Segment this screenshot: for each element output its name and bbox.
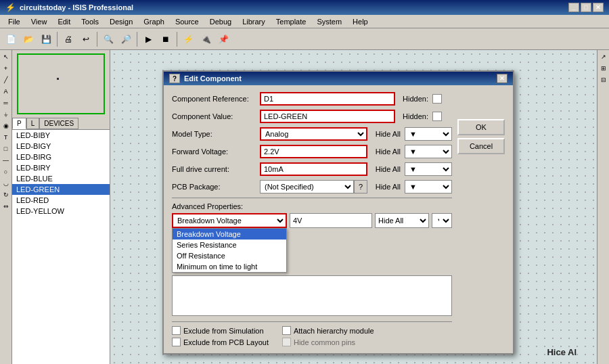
hide-common-row: Hide common pins	[282, 338, 374, 346]
attach-hierarchy-checkbox[interactable]	[282, 326, 291, 335]
adv-hide-select[interactable]: Hide All Show All	[375, 213, 429, 228]
dropdown-item-minimum[interactable]: Minimum on time to light	[173, 261, 286, 272]
pcb-question-btn[interactable]: ?	[354, 180, 367, 194]
minimize-button[interactable]: _	[568, 3, 579, 12]
component-value-label: Component Value:	[172, 112, 260, 120]
dropdown-item-series[interactable]: Series Resistance	[173, 240, 286, 250]
device-led-blue[interactable]: LED-BLUE	[12, 173, 110, 184]
menu-system[interactable]: System	[311, 16, 347, 27]
dialog-close-button[interactable]: ✕	[497, 74, 508, 83]
cancel-button[interactable]: Cancel	[457, 138, 505, 154]
hide-common-label: Hide common pins	[294, 338, 355, 346]
select-tool[interactable]: ↖	[1, 51, 12, 62]
arc-tool[interactable]: ◡	[1, 178, 12, 189]
device-led-yellow[interactable]: LED-YELLOW	[12, 206, 110, 217]
right-tool-3[interactable]: ⊟	[598, 74, 609, 85]
component-tool[interactable]: +	[1, 63, 12, 74]
close-button[interactable]: ✕	[593, 3, 604, 12]
menu-source[interactable]: Source	[170, 16, 204, 27]
forward-voltage-label: Forward Voltage:	[172, 147, 260, 156]
tab-devices[interactable]: DEVICES	[39, 118, 78, 129]
component-value-input[interactable]	[260, 110, 395, 123]
exclude-pcb-checkbox[interactable]	[172, 338, 181, 346]
adv-hide-arrow[interactable]: ▼	[432, 213, 452, 228]
menu-template[interactable]: Template	[271, 16, 312, 27]
menu-design[interactable]: Design	[104, 16, 138, 27]
exclude-simulation-checkbox[interactable]	[172, 326, 181, 335]
component-reference-label: Component Reference:	[172, 95, 260, 103]
bus-tool[interactable]: ═	[1, 97, 12, 108]
dialog-body: OK Cancel Component Reference: Hidden: C…	[164, 85, 513, 353]
run-button[interactable]: ▶	[140, 31, 156, 47]
menu-edit[interactable]: Edit	[52, 16, 76, 27]
model-type-row: Model Type: Analog Digital Hide All ▼	[172, 127, 452, 141]
circle-tool[interactable]: ○	[1, 166, 12, 177]
toolbar-sep4	[177, 32, 177, 47]
menu-tools[interactable]: Tools	[76, 16, 104, 27]
hidden-label-2: Hidden:	[395, 112, 432, 120]
device-led-green[interactable]: LED-GREEN	[12, 184, 110, 195]
menu-file[interactable]: File	[3, 16, 26, 27]
device-led-birg[interactable]: LED-BIRG	[12, 152, 110, 162]
rotate-tool[interactable]: ↻	[1, 189, 12, 200]
zoom-in-button[interactable]: 🔍	[100, 31, 116, 47]
advanced-properties-label: Advanced Properties:	[172, 202, 452, 210]
probe-tool[interactable]: ◉	[1, 120, 12, 131]
label-tool[interactable]: A	[1, 86, 12, 97]
hide-all-select-3[interactable]: ▼	[405, 162, 452, 176]
line-tool[interactable]: —	[1, 155, 12, 166]
hidden-checkbox-2[interactable]	[432, 112, 442, 121]
zoom-out-button[interactable]: 🔎	[118, 31, 134, 47]
component-button[interactable]: 🔌	[198, 31, 214, 47]
pcb-package-select[interactable]: (Not Specified)	[260, 180, 354, 194]
menu-graph[interactable]: Graph	[138, 16, 170, 27]
menu-view[interactable]: View	[26, 16, 53, 27]
device-led-red[interactable]: LED-RED	[12, 195, 110, 206]
advanced-properties-row: Breakdown Voltage Series Resistance Off …	[172, 213, 452, 228]
tab-l[interactable]: L	[26, 118, 40, 129]
open-button[interactable]: 📂	[20, 31, 37, 47]
save-button[interactable]: 💾	[38, 31, 54, 47]
advanced-property-select[interactable]: Breakdown Voltage Series Resistance Off …	[172, 213, 287, 228]
dropdown-item-off[interactable]: Off Resistance	[173, 250, 286, 261]
hidden-checkbox-1[interactable]	[432, 94, 442, 104]
menu-debug[interactable]: Debug	[204, 16, 237, 27]
device-led-biry[interactable]: LED-BIRY	[12, 162, 110, 173]
wire-tool[interactable]: ╱	[1, 74, 12, 85]
hide-all-4: Hide All	[367, 183, 405, 191]
ok-button[interactable]: OK	[457, 119, 505, 135]
preview-dot	[57, 78, 59, 80]
device-led-biby[interactable]: LED-BIBY	[12, 130, 110, 141]
hide-all-select-2[interactable]: ▼	[405, 145, 452, 158]
hide-all-select-4[interactable]: ▼	[405, 180, 452, 194]
new-button[interactable]: 📄	[3, 31, 19, 47]
sidebar-tabs: P L DEVICES	[12, 118, 110, 130]
hide-all-select-1[interactable]: ▼	[405, 127, 452, 141]
wire-button[interactable]: ⚡	[180, 31, 196, 47]
dropdown-item-breakdown[interactable]: Breakdown Voltage	[173, 229, 286, 240]
model-type-select[interactable]: Analog Digital	[260, 127, 367, 141]
menu-library[interactable]: Library	[237, 16, 271, 27]
right-tool-2[interactable]: ⊞	[598, 63, 609, 74]
undo-button[interactable]: ↩	[78, 31, 94, 47]
attach-hierarchy-label: Attach hierarchy module	[294, 327, 374, 335]
text-tool[interactable]: T	[1, 132, 12, 143]
box-tool[interactable]: □	[1, 143, 12, 154]
device-led-bigy[interactable]: LED-BIGY	[12, 141, 110, 152]
right-tool-1[interactable]: ↗	[598, 51, 609, 62]
probe-button[interactable]: 📌	[215, 31, 231, 47]
full-drive-current-input[interactable]	[260, 162, 367, 176]
menu-help[interactable]: Help	[347, 16, 374, 27]
properties-textarea[interactable]	[172, 275, 452, 316]
power-tool[interactable]: ⏚	[1, 109, 12, 120]
forward-voltage-input[interactable]	[260, 145, 367, 158]
print-button[interactable]: 🖨	[60, 31, 76, 47]
stop-button[interactable]: ⏹	[158, 31, 174, 47]
advanced-value-input[interactable]	[290, 213, 372, 228]
help-icon[interactable]: ?	[169, 74, 180, 83]
tab-p[interactable]: P	[12, 118, 26, 129]
mirror-tool[interactable]: ⇔	[1, 201, 12, 212]
component-reference-input[interactable]	[260, 92, 395, 106]
hide-common-checkbox[interactable]	[282, 338, 291, 346]
maximize-button[interactable]: □	[581, 3, 591, 12]
